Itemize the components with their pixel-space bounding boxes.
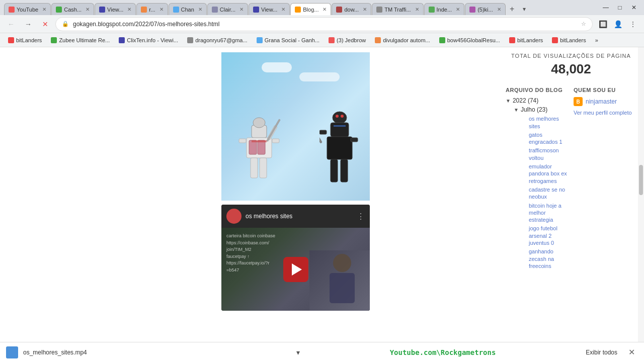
bookmark-jedbrow[interactable]: (3) Jedbrow xyxy=(325,36,370,44)
tab-close-tm[interactable]: ✕ xyxy=(415,7,419,12)
tab-cash[interactable]: Cash... ✕ xyxy=(51,3,94,15)
svg-rect-15 xyxy=(319,130,327,134)
tab-five[interactable]: (5)ki... ✕ xyxy=(465,3,506,15)
video-menu-button[interactable]: ⋮ xyxy=(357,212,365,221)
post-link-0[interactable]: os melhores sites xyxy=(529,115,569,130)
bookmark-bitlanders1[interactable]: bitLanders xyxy=(4,36,46,44)
extensions-button[interactable]: 🔲 xyxy=(596,17,610,31)
video-overlay-text: carteira bitcoin coinbase https://coinba… xyxy=(226,233,275,274)
bookmark-more[interactable]: » xyxy=(591,36,602,44)
address-bar[interactable]: 🔒 ☆ xyxy=(55,17,593,31)
bookmark-bitlanders2[interactable]: bitLanders xyxy=(505,36,547,44)
tab-close-clair[interactable]: ✕ xyxy=(239,7,244,12)
tab-tm[interactable]: TM Traffi... ✕ xyxy=(372,3,423,15)
tab-favicon-dow xyxy=(336,7,342,13)
bookmark-bow[interactable]: bow456GlobalResu... xyxy=(435,36,504,44)
tab-list-expand[interactable]: ▾ xyxy=(518,3,530,15)
tab-favicon-tm xyxy=(376,7,382,13)
battle-image xyxy=(221,52,370,201)
tab-close-view1[interactable]: ✕ xyxy=(127,7,131,12)
post-link-6[interactable]: jogo futebol arsenal 2 juventus 0 xyxy=(529,225,569,246)
tab-label-r: r... xyxy=(149,7,155,13)
tab-bar: YouTube ✕ Cash... ✕ View... ✕ r... ✕ xyxy=(4,0,596,15)
play-button[interactable] xyxy=(283,257,308,282)
tab-close-r[interactable]: ✕ xyxy=(159,7,164,12)
video-container: os melhores sites ⋮ carteira bitcoin coi… xyxy=(221,205,370,311)
tab-blog[interactable]: Blog... ✕ xyxy=(290,3,331,15)
download-chevron-icon[interactable]: ▾ xyxy=(296,348,300,356)
tab-close-blog[interactable]: ✕ xyxy=(323,7,327,12)
bookmark-favicon-zubee xyxy=(51,37,57,43)
bookmark-grana[interactable]: Grana Social - Ganh... xyxy=(253,36,324,44)
play-triangle-icon xyxy=(292,263,302,276)
tab-close-cash[interactable]: ✕ xyxy=(86,7,90,12)
bookmark-clixten[interactable]: ClixTen.info - Viewi... xyxy=(115,36,182,44)
tab-close-view2[interactable]: ✕ xyxy=(281,7,285,12)
video-thumbnail[interactable]: carteira bitcoin coinbase https://coinba… xyxy=(221,228,370,311)
tab-close-five[interactable]: ✕ xyxy=(497,7,501,12)
tab-label-view2: View... xyxy=(261,7,277,13)
tab-label-blog: Blog... xyxy=(303,7,318,13)
tab-view2[interactable]: View... ✕ xyxy=(249,3,290,15)
tab-close-chan[interactable]: ✕ xyxy=(198,7,202,12)
tab-youtube[interactable]: YouTube ✕ xyxy=(4,3,51,15)
svg-rect-20 xyxy=(334,125,346,127)
quem-sou-eu-section: QUEM SOU EU B ninjamaster Ver meu perfil… xyxy=(574,87,636,272)
tab-close-dow[interactable]: ✕ xyxy=(363,7,367,12)
bookmark-favicon-bitlanders2 xyxy=(509,37,515,43)
svg-point-12 xyxy=(333,112,347,124)
bookmark-bitlanders3[interactable]: bitLanders xyxy=(548,36,590,44)
bookmark-favicon-bitlanders1 xyxy=(8,37,14,43)
tab-view1[interactable]: View... ✕ xyxy=(95,3,136,15)
scrollbar-track[interactable] xyxy=(638,47,644,342)
maximize-button[interactable]: □ xyxy=(614,2,626,14)
post-link-3[interactable]: emulador pandora box ex retrogames xyxy=(529,163,569,185)
blogger-name-link[interactable]: ninjamaster xyxy=(586,98,617,105)
download-bar: os_melhores_sites.mp4 ▾ Youtube.com\Rock… xyxy=(0,342,644,362)
tab-ind[interactable]: Inde... ✕ xyxy=(424,3,465,15)
ver-perfil-link[interactable]: Ver meu perfil completo xyxy=(574,109,636,117)
bookmark-dragon[interactable]: dragonryu67@gma... xyxy=(183,36,252,44)
address-input[interactable] xyxy=(73,21,577,28)
arquivo-title: ARQUIVO DO BLOG xyxy=(506,87,569,93)
tab-r[interactable]: r... ✕ xyxy=(136,3,168,15)
back-button[interactable]: ← xyxy=(4,17,18,31)
tab-clair[interactable]: Clair... ✕ xyxy=(207,3,248,15)
star-icon[interactable]: ☆ xyxy=(581,21,586,27)
reload-button[interactable]: ✕ xyxy=(38,17,52,31)
exibir-todos-button[interactable]: Exibir todos xyxy=(582,347,621,358)
bookmark-favicon-divulgador xyxy=(375,37,381,43)
bookmark-label-bitlanders1: bitLanders xyxy=(16,37,42,43)
archive-month-arrow: ▼ xyxy=(514,107,519,113)
tab-chan[interactable]: Chan ✕ xyxy=(169,3,207,15)
new-tab-button[interactable]: + xyxy=(506,3,518,15)
post-link-1[interactable]: gatos engracados 1 xyxy=(529,131,569,146)
post-link-5[interactable]: bitcoin hoje a melhor estrategia xyxy=(529,202,569,224)
archive-posts: os melhores sites gatos engracados 1 tra… xyxy=(529,115,569,269)
profile-button[interactable]: 👤 xyxy=(611,17,625,31)
tab-close-ind[interactable]: ✕ xyxy=(456,7,460,12)
settings-button[interactable]: ⋮ xyxy=(626,17,640,31)
post-link-4[interactable]: cadastre se no neobux xyxy=(529,186,569,201)
minimize-button[interactable]: — xyxy=(600,2,612,14)
tab-label-five: (5)ki... xyxy=(477,7,493,13)
bookmark-zubee[interactable]: Zubee Ultimate Re... xyxy=(47,36,114,44)
quem-title: QUEM SOU EU xyxy=(574,87,636,93)
download-close-button[interactable]: ✕ xyxy=(625,346,638,358)
download-bar-center: Youtube.com\Rockgametrons xyxy=(309,348,577,357)
bookmark-divulgador[interactable]: divulgador autom... xyxy=(371,36,434,44)
close-button[interactable]: ✕ xyxy=(628,2,640,14)
scrollbar-thumb[interactable] xyxy=(639,165,643,195)
robot-left-svg xyxy=(236,115,282,191)
post-link-2[interactable]: trafficmoson voltou xyxy=(529,147,569,161)
tab-dow[interactable]: dow... ✕ xyxy=(332,3,371,15)
bookmark-favicon-bow xyxy=(439,37,445,43)
post-link-7[interactable]: ganhando zecash na freecoins xyxy=(529,248,569,269)
forward-button[interactable]: → xyxy=(21,17,35,31)
tab-label-chan: Chan xyxy=(181,7,194,13)
archive-year-2022: ▼ 2022 (74) xyxy=(506,97,569,104)
bookmark-favicon-grana xyxy=(257,37,263,43)
tab-close-yt[interactable]: ✕ xyxy=(42,7,46,12)
cloud2 xyxy=(299,72,340,81)
arquivo-section: ARQUIVO DO BLOG ▼ 2022 (74) ▼ Julho (23)… xyxy=(506,87,569,272)
